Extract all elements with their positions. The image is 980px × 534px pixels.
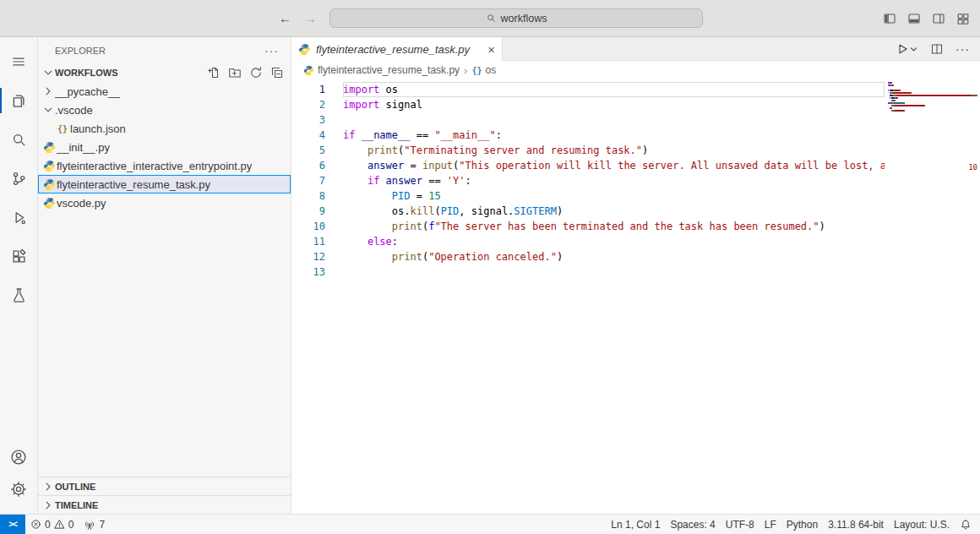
forward-button[interactable]: → — [304, 11, 317, 25]
layout-sidebar-left-icon[interactable] — [883, 12, 896, 25]
tree-item[interactable]: flyteinteractive_interactive_entrypoint.… — [38, 156, 291, 175]
tree-item[interactable]: .vscode — [38, 101, 291, 119]
editor-more-actions-button[interactable]: ··· — [956, 42, 970, 56]
tree-item[interactable]: __init__.py — [38, 138, 291, 156]
workflows-section-label: WORKFLOWS — [55, 68, 118, 78]
activity-explorer[interactable] — [0, 81, 38, 120]
line-content: if answer == 'Y': — [343, 173, 885, 188]
tab-label: flyteinteractive_resume_task.py — [316, 43, 470, 56]
error-icon — [30, 519, 41, 530]
layout-sidebar-right-icon[interactable] — [932, 12, 945, 25]
extensions-icon — [11, 248, 27, 264]
status-cursor-position[interactable]: Ln 1, Col 1 — [606, 515, 665, 534]
activity-settings-gear[interactable] — [0, 473, 38, 505]
notifications-bell[interactable] — [955, 515, 977, 534]
code-line[interactable]: 11 else: — [291, 234, 980, 249]
collapse-all-icon[interactable] — [270, 66, 284, 79]
run-python-file-button[interactable] — [896, 42, 918, 56]
status-label: Spaces: 4 — [670, 519, 715, 531]
code-line[interactable]: 7 if answer == 'Y': — [291, 173, 980, 188]
activity-source-control[interactable] — [0, 159, 38, 198]
warnings-count: 0 — [68, 519, 74, 531]
split-editor-button[interactable] — [930, 42, 944, 56]
code-line[interactable]: 9 os.kill(PID, signal.SIGTERM) — [291, 204, 980, 219]
editor-group: flyteinteractive_resume_task.py × ··· fl… — [291, 37, 980, 514]
status-label: UTF-8 — [726, 519, 754, 531]
status-label: Python — [787, 519, 818, 531]
minimap-line — [888, 105, 980, 106]
explorer-more-actions-button[interactable]: ··· — [264, 44, 279, 57]
line-content: PID = 15 — [343, 188, 885, 204]
warning-icon — [54, 519, 65, 530]
tab-flyteinteractive-resume-task[interactable]: flyteinteractive_resume_task.py × — [291, 37, 503, 61]
sidebar-title: EXPLORER — [55, 46, 106, 56]
breadcrumb-symbol[interactable]: os — [485, 64, 496, 76]
tree-item-label: vscode.py — [57, 197, 106, 210]
line-number: 4 — [291, 128, 325, 143]
tree-item[interactable]: vscode.py — [38, 193, 291, 212]
line-number: 10 — [291, 219, 325, 234]
line-number: 11 — [291, 234, 325, 249]
python-file-icon — [41, 160, 57, 172]
code-editor[interactable]: 1import os2import signal34if __name__ ==… — [291, 79, 980, 514]
ports-status[interactable]: 7 — [79, 515, 110, 534]
refresh-icon[interactable] — [249, 66, 263, 79]
ports-count: 7 — [99, 519, 105, 531]
search-icon — [11, 132, 27, 148]
command-center-search[interactable]: workflows — [329, 8, 703, 28]
errors-count: 0 — [45, 519, 51, 531]
line-content: import signal — [343, 97, 885, 112]
minimap-line — [888, 97, 980, 99]
section-timeline[interactable]: TIMELINE — [38, 495, 291, 514]
problems-status[interactable]: 00 — [25, 515, 79, 534]
tree-item-label: .vscode — [55, 104, 93, 117]
minimap-overflow-text: 10 — [968, 163, 977, 172]
back-button[interactable]: ← — [279, 11, 291, 25]
activity-account[interactable] — [0, 441, 38, 473]
status-encoding[interactable]: UTF-8 — [721, 515, 760, 534]
code-line[interactable]: 8 PID = 15 — [291, 188, 980, 204]
tree-item-label: flyteinteractive_interactive_entrypoint.… — [57, 160, 252, 172]
code-line[interactable]: 2import signal — [291, 97, 980, 112]
activity-search[interactable] — [0, 120, 38, 159]
testing-icon — [11, 287, 27, 303]
remote-indicator[interactable]: >< — [0, 515, 25, 534]
code-line[interactable]: 13 — [291, 264, 980, 280]
status-indentation[interactable]: Spaces: 4 — [665, 515, 720, 534]
code-line[interactable]: 5 print("Terminating server and resuming… — [291, 143, 980, 158]
line-content: print("Operation canceled.") — [343, 249, 885, 264]
activity-extensions[interactable] — [0, 237, 38, 275]
bell-icon — [960, 519, 972, 531]
breadcrumb-file[interactable]: flyteinteractive_resume_task.py — [318, 64, 460, 76]
line-number: 5 — [291, 143, 325, 158]
tree-item[interactable]: flyteinteractive_resume_task.py — [38, 175, 291, 193]
code-line[interactable]: 12 print("Operation canceled.") — [291, 249, 980, 264]
code-line[interactable]: 1import os — [291, 82, 980, 97]
minimap[interactable] — [885, 82, 980, 514]
code-line[interactable]: 6 answer = input("This operation will ki… — [291, 158, 980, 173]
section-outline[interactable]: OUTLINE — [38, 477, 291, 495]
status-label: 3.11.8 64-bit — [828, 519, 884, 531]
activity-menu[interactable] — [0, 42, 38, 81]
status-keyboard-layout[interactable]: Layout: U.S. — [889, 515, 955, 534]
status-python-interpreter[interactable]: 3.11.8 64-bit — [823, 515, 889, 534]
new-folder-icon[interactable] — [228, 66, 242, 79]
layout-panel-icon[interactable] — [907, 12, 921, 25]
tree-item[interactable]: __pycache__ — [38, 82, 291, 101]
code-line[interactable]: 10 print(f"The server has been terminate… — [291, 219, 980, 234]
python-file-icon — [41, 178, 57, 191]
run-debug-icon — [11, 210, 27, 226]
code-line[interactable]: 3 — [291, 112, 980, 128]
new-file-icon[interactable] — [207, 66, 220, 79]
code-line[interactable]: 4if __name__ == "__main__": — [291, 128, 980, 143]
status-eol[interactable]: LF — [760, 515, 781, 534]
chevron-right-icon — [41, 499, 55, 512]
namespace-symbol-icon: {} — [471, 66, 482, 75]
customize-layout-icon[interactable] — [956, 12, 970, 25]
activity-testing[interactable] — [0, 275, 38, 314]
activity-run-debug[interactable] — [0, 198, 38, 237]
status-language-mode[interactable]: Python — [781, 515, 823, 534]
tab-close-icon[interactable]: × — [487, 43, 495, 56]
workflows-section-header[interactable]: WORKFLOWS — [38, 63, 291, 82]
tree-item[interactable]: {}launch.json — [38, 119, 291, 138]
